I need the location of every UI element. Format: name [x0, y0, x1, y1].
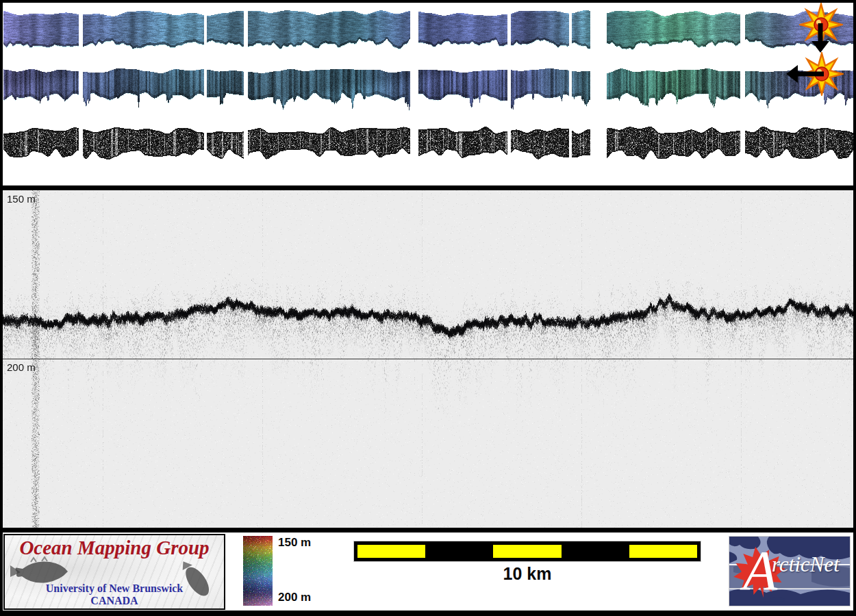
depth-label-150m: 150 m [7, 193, 36, 205]
omg-subtitle: University of New Brunswick CANADA [5, 582, 224, 607]
scale-bar-segments [357, 545, 697, 558]
figure-frame: 150 m 200 m Ocean Mapping Group Universi… [0, 0, 856, 616]
swath-strips-canvas [3, 3, 853, 185]
echogram-panel: 150 m 200 m [3, 190, 853, 528]
omg-university: University of New Brunswick [5, 582, 224, 595]
arcticnet-wordmark: ArcticNet [743, 537, 840, 604]
scale-bar-segment [562, 545, 629, 558]
omg-logo: Ocean Mapping Group University of New Br… [3, 534, 225, 610]
arcticnet-rest: rcticNet [772, 552, 840, 576]
colorbar-label-bottom: 200 m [278, 591, 311, 604]
colorbar-label-top: 150 m [278, 536, 311, 550]
scale-bar-segment [425, 545, 493, 558]
scale-bar [354, 541, 701, 561]
arcticnet-logo: ArcticNet [729, 536, 851, 606]
depth-colorbar-canvas [243, 536, 273, 606]
arrow-left-icon [785, 64, 824, 84]
echogram-canvas [3, 190, 853, 528]
omg-country: CANADA [5, 595, 224, 607]
legend-panel: Ocean Mapping Group University of New Br… [3, 532, 853, 611]
scale-bar-label: 10 km [354, 564, 701, 584]
omg-title: Ocean Mapping Group [5, 537, 224, 559]
arrow-down-icon [811, 23, 830, 53]
depth-label-200m: 200 m [7, 361, 36, 373]
scale-bar-segment [629, 545, 697, 558]
scale-bar-segment [357, 545, 425, 558]
swath-panel [3, 3, 853, 185]
scale-bar-segment [493, 545, 561, 558]
